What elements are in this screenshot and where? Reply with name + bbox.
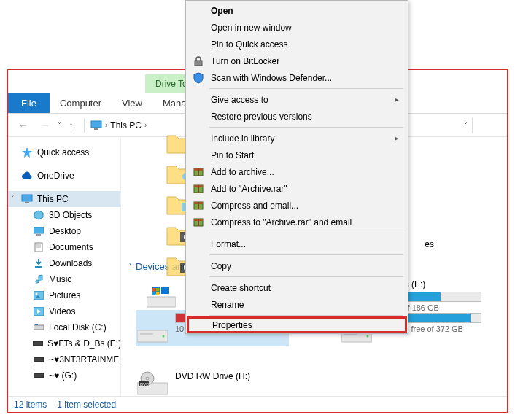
context-menu: Open Open in new window Pin to Quick acc… bbox=[185, 0, 408, 334]
sidebar-label: Quick access bbox=[37, 147, 89, 158]
expand-icon[interactable]: ˅ bbox=[11, 194, 15, 202]
svg-rect-16 bbox=[34, 325, 44, 330]
ctx-restore-versions[interactable]: Restore previous versions bbox=[187, 108, 406, 125]
sidebar-item-music[interactable]: Music bbox=[8, 271, 120, 287]
ctx-open-new-window[interactable]: Open in new window bbox=[187, 19, 406, 36]
ctx-defender[interactable]: Scan with Windows Defender... bbox=[187, 69, 406, 86]
path-chevron[interactable]: › bbox=[105, 121, 107, 129]
sidebar-item-downloads[interactable]: Downloads bbox=[8, 255, 120, 271]
sidebar-item-pictures[interactable]: Pictures bbox=[8, 287, 120, 303]
back-button[interactable]: ← bbox=[14, 118, 33, 133]
music-icon bbox=[33, 273, 44, 285]
winrar-icon bbox=[192, 199, 205, 212]
drive-icon bbox=[33, 322, 44, 333]
ctx-pin-start[interactable]: Pin to Start bbox=[187, 147, 406, 163]
sidebar-item-drive-f[interactable]: ~♥3NT3RTAINME bbox=[8, 351, 120, 368]
sidebar-label: This PC bbox=[37, 194, 69, 204]
bitlocker-icon bbox=[192, 55, 205, 68]
chevron-down-icon: ˅ bbox=[128, 262, 133, 271]
windows-drive-icon bbox=[147, 287, 176, 311]
svg-point-12 bbox=[36, 293, 38, 295]
tab-view[interactable]: View bbox=[112, 93, 152, 113]
svg-point-36 bbox=[146, 377, 149, 380]
file-tab[interactable]: File bbox=[8, 93, 50, 113]
ctx-pin-quick-access[interactable]: Pin to Quick access bbox=[187, 36, 406, 52]
ctx-create-shortcut[interactable]: Create shortcut bbox=[187, 279, 406, 296]
sidebar-quick-access[interactable]: Quick access bbox=[8, 144, 120, 160]
ctx-rename[interactable]: Rename bbox=[187, 296, 406, 313]
winrar-icon bbox=[192, 166, 205, 179]
status-count: 12 items bbox=[14, 400, 47, 410]
ctx-give-access[interactable]: Give access to▸ bbox=[187, 91, 406, 108]
sidebar-item-drive-e[interactable]: S♥FTs & D_Bs (E:) bbox=[8, 335, 120, 351]
svg-rect-27 bbox=[156, 292, 160, 295]
forward-button[interactable]: → bbox=[36, 118, 55, 133]
svg-rect-19 bbox=[34, 357, 44, 362]
svg-rect-57 bbox=[198, 219, 199, 226]
ctx-properties[interactable]: Properties bbox=[187, 316, 407, 333]
sidebar-item-desktop[interactable]: Desktop bbox=[8, 223, 120, 239]
ctx-copy[interactable]: Copy bbox=[187, 257, 406, 274]
desktop-icon bbox=[33, 225, 44, 237]
separator bbox=[209, 254, 403, 255]
cloud-icon bbox=[21, 170, 33, 182]
sidebar-onedrive[interactable]: OneDrive bbox=[8, 168, 120, 184]
sidebar-item-videos[interactable]: Videos bbox=[8, 303, 120, 319]
pictures-icon bbox=[33, 289, 44, 301]
svg-point-32 bbox=[367, 335, 369, 338]
search-input[interactable] bbox=[472, 117, 501, 133]
sidebar-item-drive-g[interactable]: ~♥ (G:) bbox=[8, 368, 120, 384]
sidebar-item-documents[interactable]: Documents bbox=[8, 239, 120, 255]
winrar-icon bbox=[192, 216, 205, 229]
sidebar-item-3d-objects[interactable]: 3D Objects bbox=[8, 207, 120, 223]
star-icon bbox=[21, 147, 33, 158]
cube-icon bbox=[33, 209, 44, 221]
svg-rect-51 bbox=[198, 185, 199, 192]
svg-rect-26 bbox=[152, 292, 156, 295]
ctx-compress-email[interactable]: Compress and email... bbox=[187, 197, 406, 214]
svg-marker-2 bbox=[22, 147, 32, 158]
ctx-compress-rar-email[interactable]: Compress to "Archive.rar" and email bbox=[187, 214, 406, 230]
separator bbox=[209, 233, 403, 233]
status-selected: 1 item selected bbox=[57, 400, 116, 410]
dvd-icon: DVD bbox=[137, 371, 168, 394]
drive-icon bbox=[33, 338, 43, 349]
svg-rect-7 bbox=[36, 234, 41, 236]
tab-computer[interactable]: Computer bbox=[50, 93, 112, 113]
svg-rect-6 bbox=[34, 227, 44, 233]
svg-rect-45 bbox=[195, 61, 202, 66]
ctx-add-archive-rar[interactable]: Add to "Archive.rar" bbox=[187, 180, 406, 197]
svg-rect-4 bbox=[25, 202, 29, 203]
recent-dropdown[interactable]: ˅ bbox=[58, 121, 61, 129]
drive-name: DVD RW Drive (H:) bbox=[175, 371, 287, 381]
shield-icon bbox=[192, 71, 205, 85]
pc-icon bbox=[21, 193, 33, 205]
sidebar-label: OneDrive bbox=[37, 171, 74, 181]
path-chevron[interactable]: › bbox=[144, 121, 147, 129]
svg-rect-25 bbox=[156, 288, 160, 292]
sidebar-item-local-disk-c[interactable]: Local Disk (C:) bbox=[8, 319, 120, 335]
separator bbox=[84, 118, 85, 133]
sidebar-this-pc[interactable]: This PC bbox=[8, 191, 120, 207]
drive-item-dvd[interactable]: DVD DVD RW Drive (H:) bbox=[136, 359, 289, 396]
navigation-pane: Quick access OneDrive ˅ This PC bbox=[8, 137, 121, 396]
drive-icon bbox=[33, 354, 44, 365]
ctx-open[interactable]: Open bbox=[187, 2, 406, 19]
ctx-include-library[interactable]: Include in library▸ bbox=[187, 130, 406, 147]
drive-icon bbox=[137, 322, 168, 345]
videos-icon bbox=[33, 306, 44, 317]
up-button[interactable]: ↑ bbox=[64, 118, 78, 133]
svg-rect-11 bbox=[34, 291, 44, 300]
separator bbox=[209, 127, 403, 128]
ctx-format[interactable]: Format... bbox=[187, 236, 406, 252]
svg-rect-1 bbox=[94, 128, 98, 130]
address-dropdown[interactable]: ˅ bbox=[461, 121, 471, 129]
svg-rect-21 bbox=[147, 297, 176, 307]
ctx-add-archive[interactable]: Add to archive... bbox=[187, 163, 406, 180]
svg-point-29 bbox=[163, 335, 165, 338]
svg-rect-0 bbox=[91, 121, 101, 128]
ctx-bitlocker[interactable]: Turn on BitLocker bbox=[187, 52, 406, 69]
folder-label-partial: es bbox=[425, 239, 434, 249]
chevron-right-icon: ▸ bbox=[395, 133, 399, 143]
path-segment[interactable]: This PC bbox=[110, 120, 142, 131]
